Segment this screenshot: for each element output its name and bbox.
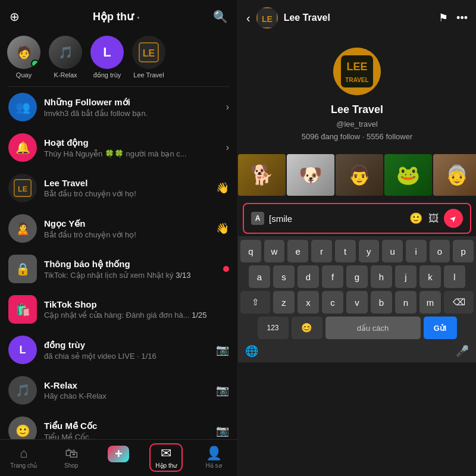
msg-right-tieumecoc: 📷 (216, 424, 229, 437)
flag-icon[interactable]: ⚑ (439, 11, 448, 24)
nav-inbox[interactable]: ✉ Hộp thư (142, 443, 190, 471)
msg-avatar-dongtruiy: L (8, 336, 37, 364)
msg-right-thongbao (223, 266, 229, 272)
story-item-krelax[interactable]: 🎵 K-Relax (49, 36, 82, 79)
media-thumb-2[interactable]: 👨 (336, 154, 383, 196)
svg-text:LE: LE (143, 48, 155, 58)
msg-name-thongbao: Thông báo hệ thống (44, 259, 216, 270)
key-m[interactable]: m (419, 291, 441, 314)
key-row-4: 123 😊 dấu cách Gửi (240, 317, 474, 339)
msg-preview-tiktokshop: Cập nhật về cửa hàng: Đánh giá đơn hà...… (44, 311, 229, 320)
key-p[interactable]: p (453, 240, 474, 262)
key-e[interactable]: e (287, 240, 308, 262)
key-123[interactable]: 123 (258, 317, 289, 339)
search-icon[interactable]: 🔍 (213, 10, 228, 24)
media-thumb-0[interactable]: 🐕 (238, 154, 286, 196)
key-a[interactable]: a (249, 265, 270, 288)
profile-stats: 5096 đang follow · 5556 follower (302, 132, 412, 141)
key-space[interactable]: dấu cách (325, 317, 421, 339)
story-item-leetravel[interactable]: LE Lee Travel (132, 36, 165, 79)
msg-content-tieumecoc: Tiểu Mề Cốc Tiểu Mề Cốc... (44, 421, 209, 440)
story-item-quay[interactable]: 🧑 Quay (7, 36, 40, 79)
msg-item-tieumecoc[interactable]: 🙂 Tiểu Mề Cốc Tiểu Mề Cốc... 📷 (0, 411, 237, 439)
key-g[interactable]: g (346, 265, 368, 288)
key-w[interactable]: w (264, 240, 285, 262)
msg-item-thongbao[interactable]: 🔒 Thông báo hệ thống TikTok: Cập nhật lị… (0, 249, 237, 289)
key-u[interactable]: u (382, 240, 403, 262)
nav-home[interactable]: ⌂ Trang chủ (0, 443, 48, 471)
compose-icon[interactable]: ⊕ (10, 10, 20, 24)
key-n[interactable]: n (395, 291, 416, 314)
msg-item-followers[interactable]: 👥 Những Follower mới lmvkh3 đã bắt đầu f… (0, 87, 237, 127)
story-item-dong[interactable]: L đồng trùy (90, 36, 124, 79)
msg-content-leetravel: Lee Travel Bắt đầu trò chuyện với họ! (44, 178, 209, 198)
key-j[interactable]: j (395, 265, 416, 288)
msg-content-dongtruiy: đồng trùy đã chia sẻ một video LIVE · 1/… (44, 340, 209, 361)
msg-avatar-ngocyen: 🙎 (8, 214, 37, 243)
key-i[interactable]: i (406, 240, 427, 262)
msg-content-ngocyen: Ngọc Yến Bắt đầu trò chuyện với họ! (44, 218, 209, 239)
emoji-icon[interactable]: 🙂 (409, 212, 422, 225)
media-thumb-1[interactable]: 🐶 (287, 154, 334, 196)
media-thumb-3[interactable]: 🐸 (384, 154, 432, 196)
inbox-icon: ✉ (161, 446, 171, 461)
key-c[interactable]: c (322, 291, 343, 314)
msg-avatar-tieumecoc: 🙂 (8, 416, 37, 439)
msg-item-activity[interactable]: 🔔 Hoạt động Thúy Hà Nguyễn 🍀🍀 người mà b… (0, 127, 237, 168)
key-send[interactable]: Gửi (424, 317, 457, 339)
key-z[interactable]: z (273, 291, 295, 314)
key-x[interactable]: x (298, 291, 319, 314)
key-y[interactable]: y (359, 240, 380, 262)
key-l[interactable]: l (444, 265, 465, 288)
msg-item-tiktokshop[interactable]: 🛍️ TikTok Shop Cập nhật về cửa hàng: Đán… (0, 289, 237, 330)
svg-text:TRAVEL: TRAVEL (345, 77, 368, 83)
msg-preview-ngocyen: Bắt đầu trò chuyện với họ! (44, 230, 209, 239)
wave-icon-2: 👋 (216, 222, 229, 235)
key-o[interactable]: o (430, 240, 450, 262)
image-icon[interactable]: 🖼 (428, 212, 439, 225)
nav-inbox-label: Hộp thư (155, 462, 177, 469)
key-f[interactable]: f (322, 265, 343, 288)
key-backspace[interactable]: ⌫ (444, 291, 474, 314)
key-k[interactable]: k (419, 265, 441, 288)
key-q[interactable]: q (240, 240, 261, 262)
media-row: 🐕 🐶 👨 🐸 👵 (238, 149, 476, 201)
key-h[interactable]: h (371, 265, 392, 288)
msg-avatar-leetravel: LE (8, 174, 37, 202)
msg-item-leetravel[interactable]: LE Lee Travel Bắt đầu trò chuyện với họ!… (0, 168, 237, 208)
key-d[interactable]: d (298, 265, 319, 288)
msg-item-krelax[interactable]: 🎵 K-Relax Hãy chào K-Relax 📷 (0, 370, 237, 411)
msg-right-ngocyen: 👋 (216, 222, 229, 235)
key-b[interactable]: b (371, 291, 392, 314)
msg-content-krelax: K-Relax Hãy chào K-Relax (44, 380, 209, 400)
back-button[interactable]: ‹ (246, 11, 250, 25)
microphone-icon[interactable]: 🎤 (456, 345, 469, 358)
key-v[interactable]: v (346, 291, 368, 314)
send-button-small[interactable]: ➤ (444, 209, 463, 228)
inbox-title: Hộp thư ● (93, 10, 140, 23)
msg-content-activity: Hoạt động Thúy Hà Nguyễn 🍀🍀 người mà bạn… (44, 137, 219, 158)
add-button[interactable]: + (108, 446, 129, 462)
key-t[interactable]: t (335, 240, 356, 262)
nav-profile[interactable]: 👤 Hồ sơ (190, 443, 237, 471)
key-shift[interactable]: ⇧ (240, 291, 270, 314)
globe-icon[interactable]: 🌐 (245, 345, 258, 358)
message-input[interactable] (269, 214, 405, 224)
nav-add[interactable]: + (95, 443, 143, 471)
profile-big-avatar: LEE TRAVEL (333, 48, 381, 95)
key-row-1: q w e r t y u i o p (240, 240, 474, 262)
msg-name-ngocyen: Ngọc Yến (44, 218, 209, 229)
more-icon[interactable]: ••• (456, 12, 468, 24)
key-emoji[interactable]: 😊 (292, 317, 322, 339)
key-r[interactable]: r (311, 240, 332, 262)
msg-content-thongbao: Thông báo hệ thống TikTok: Cập nhật lịch… (44, 259, 216, 280)
media-thumb-4[interactable]: 👵 (433, 154, 476, 196)
msg-right-krelax: 📷 (216, 384, 229, 397)
msg-item-dongtruiy[interactable]: L đồng trùy đã chia sẻ một video LIVE · … (0, 330, 237, 370)
msg-right-leetravel: 👋 (216, 181, 229, 195)
nav-shop[interactable]: 🛍 Shop (48, 443, 95, 471)
msg-item-ngocyen[interactable]: 🙎 Ngọc Yến Bắt đầu trò chuyện với họ! 👋 (0, 208, 237, 249)
key-row-3: ⇧ z x c v b n m ⌫ (240, 291, 474, 314)
msg-right-dongtruiy: 📷 (216, 343, 229, 356)
key-s[interactable]: s (273, 265, 295, 288)
